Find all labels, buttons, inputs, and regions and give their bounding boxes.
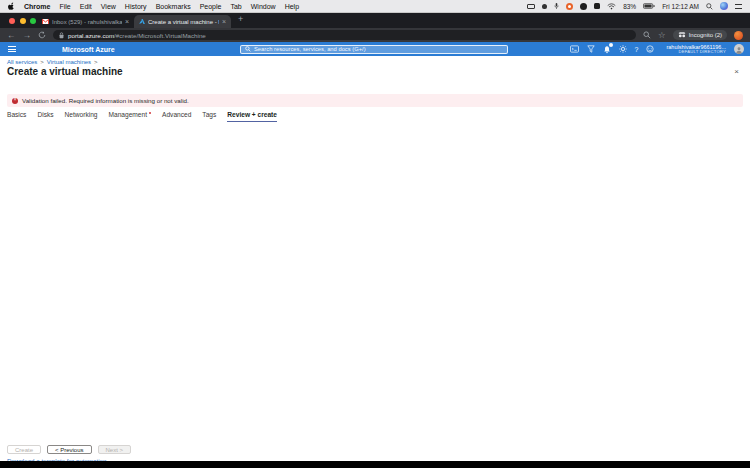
validation-error-banner: × Validation failed. Required informatio…	[7, 94, 743, 107]
orange-app-status-icon[interactable]	[566, 3, 573, 10]
notification-center-icon[interactable]	[735, 4, 742, 9]
browser-tab-create-vm[interactable]: Create a virtual machine - Mic... ×	[134, 15, 231, 28]
zoom-window-button[interactable]	[30, 18, 36, 24]
tab-title: Create a virtual machine - Mic...	[148, 19, 219, 25]
help-icon[interactable]: ?	[635, 46, 639, 53]
dark-circle-app-status-icon[interactable]	[580, 3, 587, 10]
close-window-button[interactable]	[9, 18, 15, 24]
minimize-window-button[interactable]	[20, 18, 26, 24]
tab-close-icon[interactable]: ×	[125, 18, 129, 25]
lock-icon[interactable]	[59, 32, 64, 39]
menubar-item-history[interactable]: History	[125, 3, 147, 10]
directory-filter-icon[interactable]	[587, 45, 595, 53]
tab-error-dot	[149, 112, 152, 115]
menubar-item-file[interactable]: File	[59, 3, 70, 10]
incognito-icon	[678, 32, 686, 38]
breadcrumb-virtual-machines[interactable]: Virtual machines	[47, 59, 91, 65]
settings-gear-icon[interactable]	[619, 45, 627, 53]
menubar-item-people[interactable]: People	[200, 3, 222, 10]
account-info[interactable]: rahulshivalkar9661196... DEFAULT DIRECTO…	[666, 44, 726, 55]
macos-menubar: Chrome File Edit View History Bookmarks …	[0, 0, 750, 13]
chrome-tabstrip: Inbox (529) - rahulshivalkar9... × Creat…	[0, 13, 750, 28]
notification-badge	[609, 43, 613, 47]
breadcrumb: All services > Virtual machines >	[7, 59, 98, 65]
next-button[interactable]: Next >	[98, 445, 132, 454]
mic-status-icon[interactable]	[554, 2, 559, 10]
browser-tab-inbox[interactable]: Inbox (529) - rahulshivalkar9... ×	[37, 15, 134, 28]
azure-portal-header: Microsoft Azure ?	[0, 42, 750, 56]
tab-review-create[interactable]: Review + create	[227, 111, 277, 122]
tab-management[interactable]: Management	[109, 111, 152, 122]
azure-search-input[interactable]	[254, 46, 503, 52]
menubar-item-edit[interactable]: Edit	[80, 3, 92, 10]
breadcrumb-separator: >	[94, 59, 98, 65]
cloud-shell-icon[interactable]	[570, 45, 579, 53]
gmail-favicon	[42, 19, 49, 24]
menubar-item-window[interactable]: Window	[251, 3, 276, 10]
chrome-toolbar: ← → portal.azure.com/#create/Microsoft.V…	[0, 28, 750, 42]
error-icon: ×	[12, 98, 18, 104]
hand-status-icon[interactable]	[542, 4, 547, 9]
tab-tags[interactable]: Tags	[202, 111, 216, 122]
tab-advanced[interactable]: Advanced	[162, 111, 191, 122]
forward-icon[interactable]: →	[23, 31, 32, 40]
incognito-label: Incognito (2)	[689, 32, 722, 38]
page-title: Create a virtual machine	[7, 66, 123, 77]
new-tab-button[interactable]: +	[238, 14, 243, 24]
previous-button[interactable]: < Previous	[47, 445, 92, 454]
menubar-item-tab[interactable]: Tab	[230, 3, 241, 10]
create-button[interactable]: Create	[7, 445, 41, 454]
screen-bottom-strip	[0, 461, 750, 468]
address-bar[interactable]: portal.azure.com/#create/Microsoft.Virtu…	[53, 30, 636, 40]
tab-networking[interactable]: Networking	[65, 111, 98, 122]
tab-close-icon[interactable]: ×	[222, 18, 226, 25]
battery-icon[interactable]	[643, 3, 655, 9]
account-directory: DEFAULT DIRECTORY	[666, 50, 726, 55]
blade-close-icon[interactable]: ×	[734, 68, 739, 76]
browser-profile-avatar[interactable]	[734, 31, 743, 40]
wizard-tabs: Basics Disks Networking Management Advan…	[7, 111, 277, 122]
reload-icon[interactable]	[38, 31, 46, 39]
error-message: Validation failed. Required information …	[22, 97, 189, 104]
azure-search-box[interactable]	[240, 45, 508, 54]
bookmark-star-icon[interactable]: ☆	[658, 31, 666, 40]
account-avatar[interactable]	[734, 44, 744, 54]
azure-favicon	[139, 19, 145, 24]
search-icon	[245, 46, 251, 52]
apple-icon[interactable]	[8, 2, 15, 10]
menubar-item-help[interactable]: Help	[285, 3, 299, 10]
spotlight-search-icon[interactable]	[706, 3, 713, 10]
hamburger-menu-icon[interactable]	[8, 46, 16, 52]
breadcrumb-separator: >	[40, 59, 44, 65]
menubar-item-view[interactable]: View	[101, 3, 116, 10]
wifi-icon[interactable]	[607, 3, 616, 10]
battery-percent: 83%	[623, 3, 636, 10]
search-tabs-icon[interactable]	[643, 31, 651, 39]
feedback-smiley-icon[interactable]	[646, 45, 654, 53]
back-icon[interactable]: ←	[7, 31, 16, 40]
menubar-item-chrome[interactable]: Chrome	[24, 3, 50, 10]
url-text: portal.azure.com/#create/Microsoft.Virtu…	[68, 32, 206, 39]
tab-basics[interactable]: Basics	[7, 111, 26, 122]
tab-disks[interactable]: Disks	[37, 111, 53, 122]
menubar-item-bookmarks[interactable]: Bookmarks	[156, 3, 191, 10]
siri-icon[interactable]	[720, 2, 728, 10]
window-controls	[9, 18, 36, 24]
tab-title: Inbox (529) - rahulshivalkar9...	[52, 19, 122, 25]
menubar-clock[interactable]: Fri 12:12 AM	[662, 3, 699, 10]
screen: Chrome File Edit View History Bookmarks …	[0, 0, 750, 468]
blade-content: All services > Virtual machines > Create…	[0, 56, 750, 461]
breadcrumb-all-services[interactable]: All services	[7, 59, 37, 65]
azure-brand[interactable]: Microsoft Azure	[62, 46, 115, 53]
incognito-badge: Incognito (2)	[673, 30, 727, 40]
display-status-icon[interactable]	[527, 4, 535, 9]
notifications-bell-icon[interactable]	[603, 45, 611, 54]
dark-square-app-status-icon[interactable]	[594, 3, 600, 9]
